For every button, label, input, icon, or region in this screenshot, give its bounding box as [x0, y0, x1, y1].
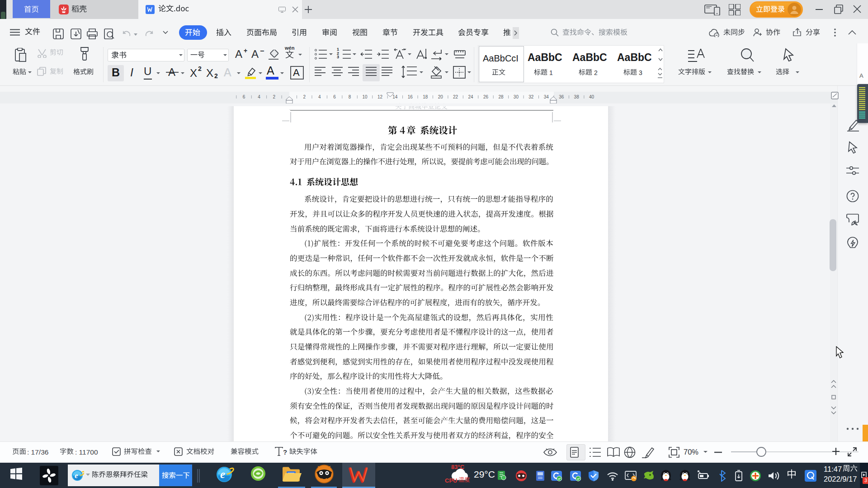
- svg-text:30: 30: [514, 94, 519, 99]
- svg-text:24: 24: [468, 94, 474, 99]
- svg-text:4: 4: [318, 94, 321, 99]
- svg-text:8: 8: [349, 94, 351, 99]
- svg-text:16: 16: [408, 94, 413, 99]
- svg-text:e: e: [220, 468, 225, 480]
- svg-text:12: 12: [377, 94, 383, 99]
- svg-text:20: 20: [438, 94, 443, 99]
- svg-text:18: 18: [423, 94, 428, 99]
- svg-text:14: 14: [392, 94, 398, 99]
- svg-text:2: 2: [273, 94, 276, 99]
- svg-text:22: 22: [453, 94, 458, 99]
- svg-text:26: 26: [483, 94, 489, 99]
- svg-text:36: 36: [559, 94, 564, 99]
- svg-text:40: 40: [589, 94, 594, 99]
- svg-text:38: 38: [574, 94, 580, 99]
- svg-text:4: 4: [258, 94, 260, 99]
- svg-text:28: 28: [498, 94, 504, 99]
- svg-text:e: e: [75, 471, 78, 480]
- svg-text:6: 6: [243, 94, 245, 99]
- svg-text:6: 6: [333, 94, 336, 99]
- svg-text:10: 10: [362, 94, 368, 99]
- svg-text:32: 32: [528, 94, 534, 99]
- svg-text:34: 34: [544, 94, 549, 99]
- svg-text:2: 2: [303, 94, 306, 99]
